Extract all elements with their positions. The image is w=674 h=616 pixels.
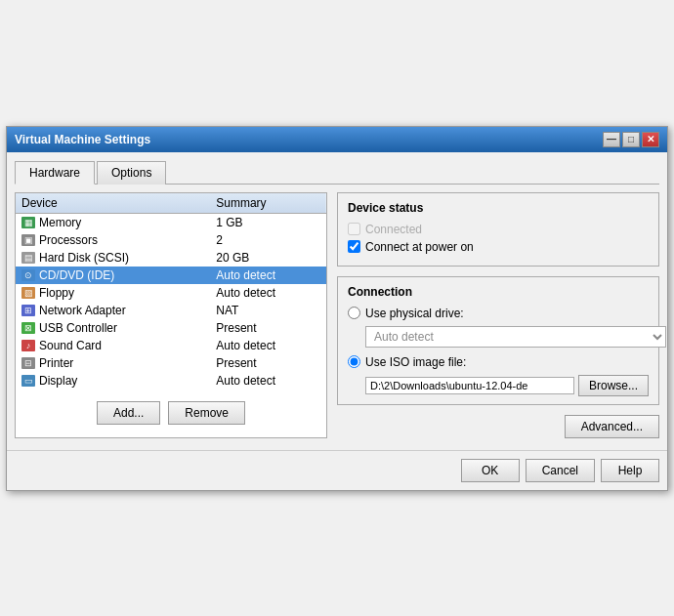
connected-checkbox[interactable] bbox=[348, 223, 360, 235]
summary-cell: Present bbox=[210, 319, 326, 337]
table-header-row: Device Summary bbox=[16, 193, 326, 214]
connection-section: Connection Use physical drive: Auto dete… bbox=[337, 276, 659, 405]
device-cell: ⊞Network Adapter bbox=[16, 302, 210, 319]
table-row[interactable]: ▤Hard Disk (SCSI)20 GB bbox=[16, 249, 326, 267]
physical-drive-radio[interactable] bbox=[348, 307, 360, 319]
device-cell: ⊙CD/DVD (IDE) bbox=[16, 267, 210, 284]
table-row[interactable]: ▧FloppyAuto detect bbox=[16, 284, 326, 302]
add-button[interactable]: Add... bbox=[97, 401, 160, 425]
device-cell: ▣Processors bbox=[16, 231, 210, 249]
device-list-panel: Device Summary ▦Memory1 GB▣Processors2▤H… bbox=[15, 192, 327, 438]
ok-button[interactable]: OK bbox=[461, 459, 520, 482]
table-row[interactable]: ⊠USB ControllerPresent bbox=[16, 319, 326, 337]
advanced-button[interactable]: Advanced... bbox=[565, 415, 659, 438]
browse-button[interactable]: Browse... bbox=[578, 375, 649, 396]
table-row[interactable]: ▣Processors2 bbox=[16, 231, 326, 249]
sound-icon: ♪ bbox=[21, 340, 35, 351]
connect-power-checkbox[interactable] bbox=[348, 240, 360, 253]
iso-image-radio[interactable] bbox=[348, 355, 360, 368]
connected-row: Connected bbox=[348, 223, 649, 236]
window-title: Virtual Machine Settings bbox=[15, 133, 150, 146]
physical-drive-dropdown[interactable]: Auto detect bbox=[365, 326, 666, 348]
help-button[interactable]: Help bbox=[601, 459, 659, 482]
tab-options[interactable]: Options bbox=[97, 161, 166, 185]
device-cell: ⊟Printer bbox=[16, 354, 210, 372]
device-name: Printer bbox=[39, 356, 73, 370]
summary-cell: 20 GB bbox=[210, 249, 326, 267]
network-icon: ⊞ bbox=[21, 305, 35, 316]
memory-icon: ▦ bbox=[21, 217, 35, 228]
table-row[interactable]: ♪Sound CardAuto detect bbox=[16, 337, 326, 354]
summary-cell: Auto detect bbox=[210, 337, 326, 354]
table-row[interactable]: ⊙CD/DVD (IDE)Auto detect bbox=[16, 267, 326, 284]
summary-cell: Auto detect bbox=[210, 267, 326, 284]
iso-image-row: Use ISO image file: bbox=[348, 355, 649, 369]
summary-cell: Auto detect bbox=[210, 284, 326, 302]
device-cell: ▧Floppy bbox=[16, 284, 210, 302]
minimize-button[interactable]: — bbox=[603, 132, 620, 147]
display-icon: ▭ bbox=[21, 375, 35, 387]
title-bar: Virtual Machine Settings — □ ✕ bbox=[7, 127, 667, 152]
device-name: USB Controller bbox=[39, 321, 117, 335]
device-name: Sound Card bbox=[39, 339, 102, 352]
iso-image-label: Use ISO image file: bbox=[365, 355, 466, 369]
device-status-section: Device status Connected Connect at power… bbox=[337, 192, 659, 267]
device-column-header: Device bbox=[16, 193, 210, 214]
table-row[interactable]: ⊞Network AdapterNAT bbox=[16, 302, 326, 319]
device-table: Device Summary ▦Memory1 GB▣Processors2▤H… bbox=[16, 193, 326, 390]
window-body: Hardware Options Device Summary ▦Memory1… bbox=[7, 152, 667, 446]
physical-drive-row: Use physical drive: bbox=[348, 307, 649, 320]
cdrom-icon: ⊙ bbox=[21, 269, 35, 281]
floppy-icon: ▧ bbox=[21, 287, 35, 299]
main-content: Device Summary ▦Memory1 GB▣Processors2▤H… bbox=[15, 192, 659, 438]
advanced-button-container: Advanced... bbox=[337, 415, 659, 438]
device-name: Network Adapter bbox=[39, 304, 126, 317]
summary-cell: Auto detect bbox=[210, 372, 326, 390]
device-status-title: Device status bbox=[348, 201, 649, 215]
summary-cell: Present bbox=[210, 354, 326, 372]
virtual-machine-settings-window: Virtual Machine Settings — □ ✕ Hardware … bbox=[6, 126, 668, 491]
device-cell: ⊠USB Controller bbox=[16, 319, 210, 337]
close-button[interactable]: ✕ bbox=[642, 132, 659, 147]
add-remove-buttons: Add... Remove bbox=[16, 401, 326, 425]
device-cell: ♪Sound Card bbox=[16, 337, 210, 354]
usb-icon: ⊠ bbox=[21, 322, 35, 334]
table-row[interactable]: ▦Memory1 GB bbox=[16, 213, 326, 231]
ok-cancel-help-buttons: OK Cancel Help bbox=[7, 450, 667, 490]
right-panel: Device status Connected Connect at power… bbox=[337, 192, 659, 438]
tab-bar: Hardware Options bbox=[15, 160, 659, 185]
title-bar-buttons: — □ ✕ bbox=[603, 132, 659, 147]
summary-cell: 2 bbox=[210, 231, 326, 249]
maximize-button[interactable]: □ bbox=[622, 132, 640, 147]
connect-power-label: Connect at power on bbox=[365, 240, 474, 254]
device-name: CD/DVD (IDE) bbox=[39, 268, 114, 282]
physical-drive-label: Use physical drive: bbox=[365, 307, 464, 320]
table-row[interactable]: ▭DisplayAuto detect bbox=[16, 372, 326, 390]
table-row[interactable]: ⊟PrinterPresent bbox=[16, 354, 326, 372]
iso-path-row: Browse... bbox=[348, 375, 649, 396]
device-name: Memory bbox=[39, 216, 81, 229]
remove-button[interactable]: Remove bbox=[168, 401, 245, 425]
connection-title: Connection bbox=[348, 285, 649, 299]
device-cell: ▤Hard Disk (SCSI) bbox=[16, 249, 210, 267]
device-name: Processors bbox=[39, 233, 98, 247]
summary-column-header: Summary bbox=[210, 193, 326, 214]
tab-hardware[interactable]: Hardware bbox=[15, 161, 95, 185]
device-cell: ▭Display bbox=[16, 372, 210, 390]
hdd-icon: ▤ bbox=[21, 252, 35, 264]
device-name: Display bbox=[39, 374, 77, 388]
iso-path-input[interactable] bbox=[365, 377, 574, 394]
device-cell: ▦Memory bbox=[16, 213, 210, 231]
cancel-button[interactable]: Cancel bbox=[526, 459, 595, 482]
summary-cell: NAT bbox=[210, 302, 326, 319]
processor-icon: ▣ bbox=[21, 234, 35, 246]
printer-icon: ⊟ bbox=[21, 357, 35, 369]
summary-cell: 1 GB bbox=[210, 213, 326, 231]
connect-power-row: Connect at power on bbox=[348, 240, 649, 254]
connected-label: Connected bbox=[365, 223, 422, 236]
device-name: Floppy bbox=[39, 286, 74, 300]
device-name: Hard Disk (SCSI) bbox=[39, 251, 129, 265]
